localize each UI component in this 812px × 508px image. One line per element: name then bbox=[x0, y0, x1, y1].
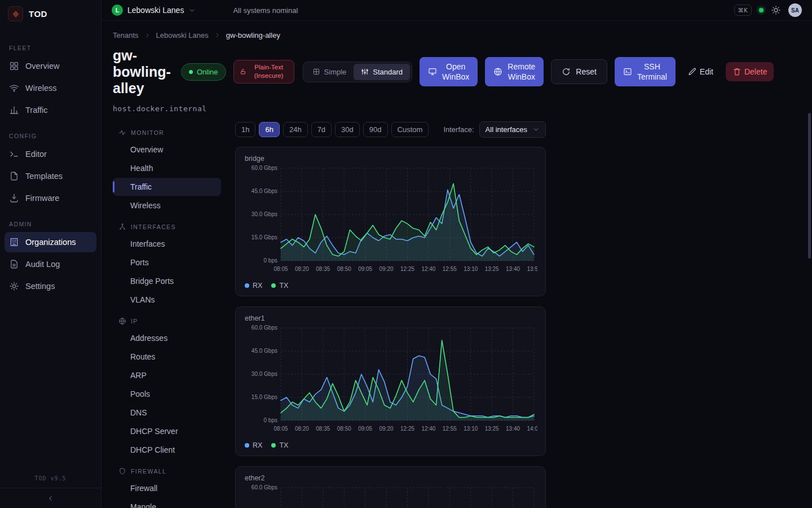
bar-chart-icon bbox=[9, 105, 19, 115]
subnav-item-routes[interactable]: Routes bbox=[113, 348, 221, 366]
sidebar-item-label: Traffic bbox=[25, 106, 47, 115]
device-body: MONITOR Overview Health Traffic Wireless… bbox=[113, 120, 798, 508]
command-palette-shortcut[interactable]: ⌘K bbox=[734, 5, 752, 16]
app-version: TOD v9.5 bbox=[0, 475, 101, 488]
sidebar-section-config: CONFIG bbox=[9, 133, 92, 139]
breadcrumb-tenant-name[interactable]: Lebowski Lanes bbox=[156, 31, 209, 40]
chart-title: ether2 bbox=[245, 474, 536, 482]
reset-button[interactable]: Reset bbox=[551, 59, 607, 84]
open-winbox-button[interactable]: Open WinBox bbox=[420, 57, 478, 86]
traffic-controls: 1h 6h 24h 7d 30d 90d Custom Interface: A… bbox=[235, 121, 546, 138]
legend-rx: RX bbox=[245, 282, 262, 290]
theme-toggle-sun-icon[interactable] bbox=[771, 5, 781, 15]
svg-text:0 bps: 0 bps bbox=[264, 417, 277, 423]
topbar: L Lebowski Lanes All systems nominal ⌘K … bbox=[102, 0, 812, 21]
svg-text:08:35: 08:35 bbox=[316, 266, 330, 272]
pencil-icon bbox=[688, 67, 697, 76]
ssh-terminal-button[interactable]: SSH Terminal bbox=[615, 57, 676, 86]
delete-button[interactable]: Delete bbox=[726, 62, 774, 81]
subnav-item-bridge-ports[interactable]: Bridge Ports bbox=[113, 272, 221, 290]
view-mode-toggle: Simple Standard bbox=[303, 62, 413, 82]
sidebar-item-traffic[interactable]: Traffic bbox=[5, 100, 96, 120]
subnav-item-arp[interactable]: ARP bbox=[113, 366, 221, 384]
range-7d-button[interactable]: 7d bbox=[311, 122, 332, 137]
sidebar-item-editor[interactable]: Editor bbox=[5, 144, 96, 164]
svg-text:30.0 Gbps: 30.0 Gbps bbox=[251, 211, 277, 217]
subnav-section-interfaces: INTERFACES bbox=[118, 223, 221, 231]
tenant-selector[interactable]: L Lebowski Lanes bbox=[112, 5, 196, 16]
svg-text:08:35: 08:35 bbox=[316, 426, 330, 432]
sidebar-item-templates[interactable]: Templates bbox=[5, 166, 96, 186]
online-dot-icon bbox=[189, 70, 193, 74]
subnav-item-ports[interactable]: Ports bbox=[113, 253, 221, 271]
interface-select[interactable]: All interfaces bbox=[479, 121, 546, 138]
svg-text:13:10: 13:10 bbox=[464, 426, 478, 432]
sidebar-item-organizations[interactable]: Organizations bbox=[5, 232, 96, 252]
subnav-item-health[interactable]: Health bbox=[113, 159, 221, 177]
breadcrumb-tenants[interactable]: Tenants bbox=[113, 31, 139, 40]
view-simple-button[interactable]: Simple bbox=[305, 64, 354, 80]
legend-tx: TX bbox=[271, 282, 288, 290]
subnav-item-interfaces[interactable]: Interfaces bbox=[113, 235, 221, 253]
subnav-item-dns[interactable]: DNS bbox=[113, 404, 221, 422]
svg-text:0 bps: 0 bps bbox=[264, 257, 277, 264]
sidebar: TOD FLEET Overview Wireless Traffic CONF… bbox=[0, 0, 102, 508]
traffic-panel: 1h 6h 24h 7d 30d 90d Custom Interface: A… bbox=[235, 120, 546, 508]
wifi-icon bbox=[9, 83, 19, 93]
range-1h-button[interactable]: 1h bbox=[235, 122, 255, 137]
subnav-item-addresses[interactable]: Addresses bbox=[113, 329, 221, 347]
svg-text:45.0 Gbps: 45.0 Gbps bbox=[251, 348, 277, 354]
range-90d-button[interactable]: 90d bbox=[363, 122, 388, 137]
page-title: gw-bowling-alley bbox=[113, 47, 174, 96]
chevron-down-icon bbox=[532, 126, 540, 133]
view-standard-button[interactable]: Standard bbox=[354, 64, 410, 80]
chart-card-bridge: bridge 0 bps15.0 Gbps30.0 Gbps45.0 Gbps6… bbox=[235, 147, 546, 296]
sidebar-item-label: Overview bbox=[25, 62, 59, 71]
app-logo[interactable]: TOD bbox=[0, 0, 101, 28]
subnav-item-dhcp-client[interactable]: DHCP Client bbox=[113, 441, 221, 459]
sidebar-item-audit-log[interactable]: Audit Log bbox=[5, 254, 96, 274]
edit-button[interactable]: Edit bbox=[683, 63, 718, 81]
grid-icon bbox=[9, 61, 19, 71]
range-6h-button[interactable]: 6h bbox=[259, 122, 279, 137]
sidebar-item-firmware[interactable]: Firmware bbox=[5, 188, 96, 208]
svg-text:08:50: 08:50 bbox=[337, 426, 351, 432]
interface-label: Interface: bbox=[443, 125, 474, 134]
range-24h-button[interactable]: 24h bbox=[283, 122, 308, 137]
legend-rx: RX bbox=[245, 441, 262, 449]
svg-text:60.0 Gbps: 60.0 Gbps bbox=[251, 165, 277, 171]
svg-text:45.0 Gbps: 45.0 Gbps bbox=[251, 188, 277, 194]
subnav-item-traffic[interactable]: Traffic bbox=[113, 178, 221, 196]
svg-text:08:05: 08:05 bbox=[273, 266, 288, 272]
unlock-icon bbox=[240, 68, 246, 75]
subnav-item-mangle[interactable]: Mangle bbox=[113, 498, 221, 508]
subnav-item-firewall[interactable]: Firewall bbox=[113, 479, 221, 497]
subnav-item-overview[interactable]: Overview bbox=[113, 141, 221, 159]
svg-text:13:25: 13:25 bbox=[485, 266, 499, 272]
svg-text:13:25: 13:25 bbox=[485, 426, 499, 432]
traffic-chart-bridge: 0 bps15.0 Gbps30.0 Gbps45.0 Gbps60.0 Gbp… bbox=[245, 165, 537, 278]
sidebar-collapse-button[interactable] bbox=[0, 488, 101, 508]
range-30d-button[interactable]: 30d bbox=[335, 122, 360, 137]
main-column: L Lebowski Lanes All systems nominal ⌘K … bbox=[102, 0, 812, 508]
svg-text:60.0 Gbps: 60.0 Gbps bbox=[251, 325, 277, 331]
sidebar-item-wireless[interactable]: Wireless bbox=[5, 78, 96, 98]
online-status-badge: Online bbox=[181, 63, 226, 81]
remote-winbox-button[interactable]: Remote WinBox bbox=[485, 57, 544, 86]
subnav-item-wireless[interactable]: Wireless bbox=[113, 196, 221, 214]
connection-status-dot bbox=[759, 8, 764, 12]
hierarchy-icon bbox=[118, 223, 126, 231]
terminal-icon bbox=[9, 149, 19, 159]
chart-card-ether2: ether2 0 bps15.0 Gbps30.0 Gbps45.0 Gbps6… bbox=[235, 466, 546, 508]
subnav-item-vlans[interactable]: VLANs bbox=[113, 291, 221, 309]
range-custom-button[interactable]: Custom bbox=[391, 122, 429, 137]
subnav-item-dhcp-server[interactable]: DHCP Server bbox=[113, 422, 221, 440]
svg-text:09:05: 09:05 bbox=[358, 266, 372, 272]
file-icon bbox=[9, 171, 19, 181]
sidebar-item-overview[interactable]: Overview bbox=[5, 56, 96, 76]
app-logo-icon bbox=[8, 6, 23, 21]
subnav-item-pools[interactable]: Pools bbox=[113, 385, 221, 403]
user-avatar[interactable]: SA bbox=[788, 3, 802, 17]
scrollbar[interactable] bbox=[808, 113, 811, 259]
sidebar-item-settings[interactable]: Settings bbox=[5, 276, 96, 296]
